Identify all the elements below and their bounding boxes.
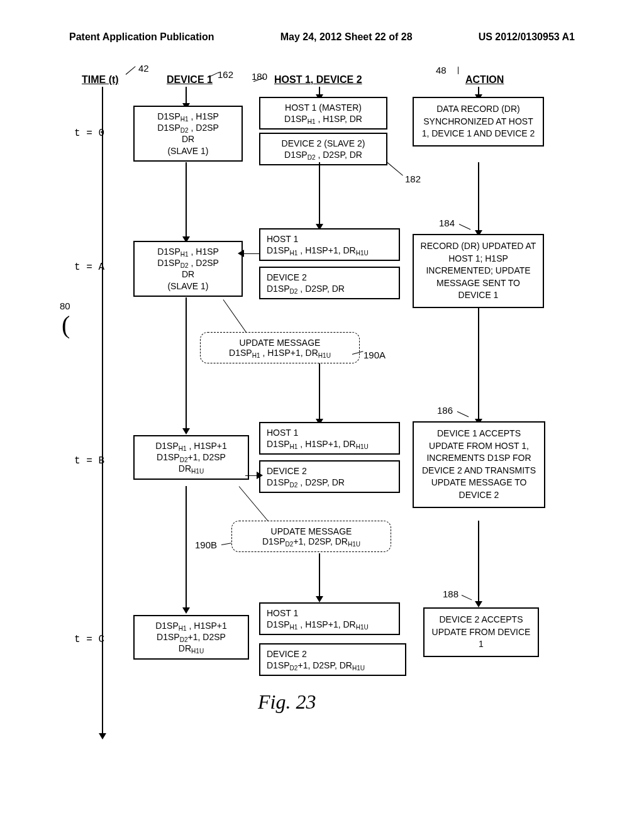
box-d1-tC: D1SPH1 , H1SP+1 D1SPD2+1, D2SP DRH1U bbox=[133, 615, 249, 660]
v-h-b bbox=[319, 162, 320, 225]
ref-190b: 190B bbox=[195, 540, 217, 550]
arrow-d1-to-d2 bbox=[245, 475, 258, 476]
col-action: ACTION bbox=[465, 74, 504, 86]
col-host: HOST 1, DEVICE 2 bbox=[274, 74, 362, 86]
figure-diagram: TIME (t) DEVICE 1 HOST 1, DEVICE 2 ACTIO… bbox=[63, 68, 581, 747]
paren-80: ( bbox=[62, 310, 70, 340]
col-time: TIME (t) bbox=[82, 74, 119, 86]
time-arrowhead bbox=[99, 733, 106, 739]
action-tC: DEVICE 2 ACCEPTS UPDATE FROM DEVICE 1 bbox=[423, 607, 539, 657]
v-ac-d bbox=[478, 521, 479, 602]
box-h1-tB: HOST 1 D1SPH1 , H1SP+1, DRH1U bbox=[259, 422, 400, 455]
action-t0: DATA RECORD (DR) SYNCHRONIZED AT HOST 1,… bbox=[413, 97, 544, 147]
time-tB: t = B bbox=[74, 455, 104, 467]
ref-186: 186 bbox=[437, 405, 453, 416]
box-d2-t0: DEVICE 2 (SLAVE 2) D1SPD2 , D2SP, DR bbox=[259, 133, 387, 165]
v-d1-b bbox=[186, 162, 187, 238]
time-tA: t = A bbox=[74, 262, 104, 273]
arrow-h-to-d1 bbox=[244, 253, 259, 254]
v-h-c bbox=[319, 363, 320, 420]
leader-188 bbox=[462, 595, 472, 600]
v-ac-c bbox=[478, 307, 479, 420]
ah-h-d bbox=[316, 596, 323, 602]
update-msg-2: UPDATE MESSAGE D1SPD2+1, D2SP, DRH1U bbox=[231, 521, 391, 552]
v-d1-c bbox=[186, 297, 187, 429]
leader-42 bbox=[126, 66, 136, 75]
ah-h-to-d1 bbox=[238, 250, 244, 257]
leader-184 bbox=[459, 224, 471, 230]
col-device1: DEVICE 1 bbox=[167, 74, 213, 86]
update-msg-1: UPDATE MESSAGE D1SPH1 , H1SP+1, DRH1U bbox=[200, 332, 360, 363]
box-d1-tA: D1SPH1 , H1SP D1SPD2 , D2SP DR (SLAVE 1) bbox=[133, 241, 243, 297]
v-h-d bbox=[319, 553, 320, 597]
header-center: May 24, 2012 Sheet 22 of 28 bbox=[280, 31, 413, 43]
v-d1-a bbox=[186, 87, 187, 104]
box-d1-tB: D1SPH1 , H1SP+1 D1SPD2+1, D2SP DRH1U bbox=[133, 435, 249, 480]
header-right: US 2012/0130953 A1 bbox=[479, 31, 575, 43]
ref-188: 188 bbox=[443, 589, 458, 599]
box-d1-t0: D1SPH1 , H1SP D1SPD2 , D2SP DR (SLAVE 1) bbox=[133, 106, 243, 162]
action-tA: RECORD (DR) UPDATED AT HOST 1; H1SP INCR… bbox=[413, 234, 544, 308]
box-h1-tA: HOST 1 D1SPH1 , H1SP+1, DRH1U bbox=[259, 228, 400, 261]
ref-190a: 190A bbox=[364, 350, 386, 360]
ref-182: 182 bbox=[405, 174, 421, 184]
box-h1-tC: HOST 1 D1SPH1 , H1SP+1, DRH1U bbox=[259, 602, 400, 635]
leader-48 bbox=[447, 67, 458, 74]
box-d2-tB: DEVICE 2 D1SPD2 , D2SP, DR bbox=[259, 460, 400, 493]
leader-186 bbox=[457, 411, 469, 417]
leader-182 bbox=[387, 162, 403, 175]
box-d2-tC: DEVICE 2 D1SPD2+1, D2SP, DRH1U bbox=[259, 643, 406, 676]
box-h1-t0: HOST 1 (MASTER) D1SPH1 , H1SP, DR bbox=[259, 97, 387, 130]
ref-42: 42 bbox=[138, 63, 149, 74]
action-tB: DEVICE 1 ACCEPTS UPDATE FROM HOST 1, INC… bbox=[413, 421, 545, 508]
ah-d1-d bbox=[182, 607, 190, 614]
figure-caption: Fig. 23 bbox=[258, 690, 316, 714]
page-header: Patent Application Publication May 24, 2… bbox=[0, 0, 644, 49]
ref-180: 180 bbox=[252, 71, 267, 82]
v-ac-b bbox=[478, 162, 479, 231]
ah-d1-c bbox=[182, 428, 190, 434]
ref-184: 184 bbox=[439, 218, 455, 228]
ref-162: 162 bbox=[218, 69, 233, 80]
box-d2-tA: DEVICE 2 D1SPD2 , D2SP, DR bbox=[259, 267, 400, 299]
leader-190b bbox=[221, 543, 231, 545]
ah-ac-d bbox=[475, 601, 482, 607]
header-left: Patent Application Publication bbox=[69, 31, 214, 43]
time-tC: t = C bbox=[74, 634, 104, 645]
ref-48: 48 bbox=[436, 65, 447, 75]
ah-d1-to-d2 bbox=[257, 472, 263, 479]
v-d1-d bbox=[186, 486, 187, 609]
time-t0: t = 0 bbox=[74, 128, 104, 139]
